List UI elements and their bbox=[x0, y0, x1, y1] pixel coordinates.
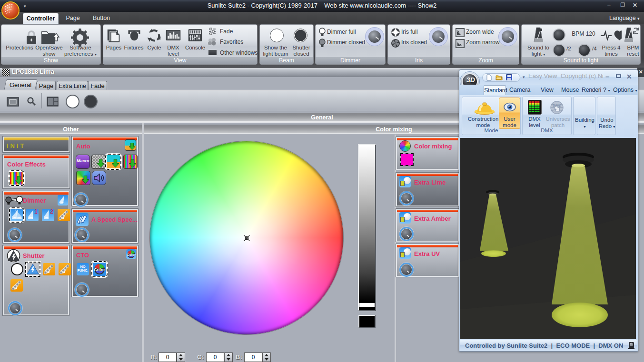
svg-text:Color: Color bbox=[127, 253, 136, 256]
svg-text:Color: Color bbox=[94, 267, 105, 272]
